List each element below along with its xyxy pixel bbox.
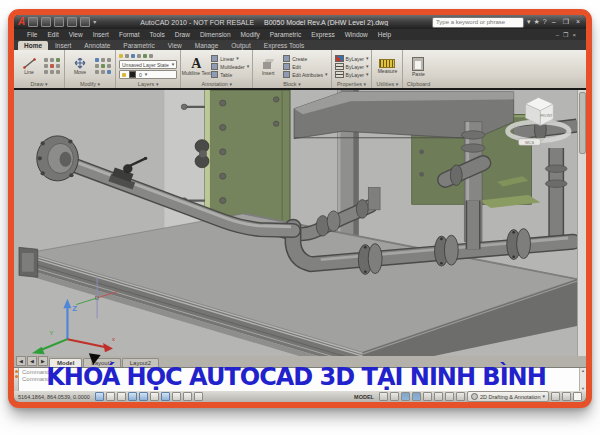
status-menu-icon[interactable]: [562, 392, 571, 401]
menu-help[interactable]: Help: [373, 31, 396, 38]
doc-restore-button[interactable]: ❐: [561, 31, 570, 38]
tab-nav-first-icon[interactable]: ◀: [16, 356, 26, 366]
line-button[interactable]: Line: [17, 58, 41, 75]
lwt-toggle[interactable]: [183, 392, 192, 401]
multiline-text-button[interactable]: A Multiline Text: [184, 57, 208, 76]
snap-toggle[interactable]: [95, 392, 104, 401]
edit-block-button[interactable]: Edit: [283, 63, 327, 70]
tab-layout2[interactable]: Layout2: [122, 358, 159, 367]
edit-attributes-button[interactable]: Edit Attributes▾: [283, 71, 327, 78]
subscription-icon[interactable]: ★: [534, 18, 540, 26]
table-button[interactable]: Table: [211, 71, 249, 78]
panel-modify-label[interactable]: Modify ▾: [65, 81, 115, 88]
ribbon-tab-view[interactable]: View: [162, 41, 188, 50]
model-space-button[interactable]: MODEL: [351, 394, 377, 400]
steering-wheel-icon[interactable]: [423, 392, 432, 401]
scrollbar-thumb[interactable]: [579, 92, 586, 154]
tab-nav-prev-icon[interactable]: ◀: [27, 356, 37, 366]
tab-model[interactable]: Model: [49, 358, 82, 367]
search-input[interactable]: [434, 18, 522, 27]
annotation-scale-icon[interactable]: [445, 392, 454, 401]
qp-toggle[interactable]: [194, 392, 203, 401]
ribbon-tab-home[interactable]: Home: [18, 41, 48, 50]
pan-icon[interactable]: [401, 392, 410, 401]
panel-layers-label[interactable]: Layers ▾: [116, 81, 180, 88]
scroll-up-icon[interactable]: ▲: [581, 368, 585, 373]
draw-tools-grid[interactable]: [44, 58, 61, 75]
menu-modify[interactable]: Modify: [236, 31, 265, 38]
ribbon-tab-express-tools[interactable]: Express Tools: [258, 41, 310, 50]
undo-icon[interactable]: [67, 17, 77, 27]
drawing-viewport[interactable]: Z Y x FRONT WCS: [14, 90, 586, 356]
panel-properties-label[interactable]: Properties ▾: [332, 81, 372, 88]
ortho-toggle[interactable]: [117, 392, 126, 401]
tab-nav-next-icon[interactable]: ▶: [38, 356, 48, 366]
polar-toggle[interactable]: [128, 392, 137, 401]
quick-view-drawings-icon[interactable]: [390, 392, 399, 401]
qat-dropdown-icon[interactable]: ▾: [93, 19, 96, 25]
redo-icon[interactable]: [80, 17, 90, 27]
open-icon[interactable]: [28, 17, 38, 27]
panel-draw-label[interactable]: Draw ▾: [14, 81, 64, 88]
doc-minimize-button[interactable]: –: [554, 32, 561, 38]
create-block-button[interactable]: Create: [283, 55, 327, 62]
lineweight-dropdown[interactable]: ByLayer▾: [335, 63, 369, 70]
quick-view-layouts-icon[interactable]: [379, 392, 388, 401]
layer-dropdown[interactable]: 0▾: [119, 70, 177, 79]
toolbar-lock-icon[interactable]: [551, 392, 560, 401]
insert-block-button[interactable]: Insert: [256, 58, 280, 76]
ribbon-tab-manage[interactable]: Manage: [189, 41, 225, 50]
command-history[interactable]: Command: Command:: [19, 368, 579, 391]
command-scrollbar[interactable]: ▲ ▼: [579, 368, 586, 391]
save-icon[interactable]: [41, 17, 51, 27]
menu-tools[interactable]: Tools: [145, 31, 170, 38]
command-window[interactable]: Command: Command: ▲ ▼: [14, 367, 586, 391]
minimize-button[interactable]: –: [550, 18, 558, 26]
menu-view[interactable]: View: [64, 31, 88, 38]
grid-toggle[interactable]: [106, 392, 115, 401]
osnap-toggle[interactable]: [139, 392, 148, 401]
viewcube-wcs-menu[interactable]: WCS: [519, 139, 541, 146]
menu-file[interactable]: File: [22, 31, 42, 38]
ribbon-tab-parametric[interactable]: Parametric: [117, 41, 160, 50]
panel-annotation-label[interactable]: Annotation ▾: [181, 81, 252, 88]
clean-screen-icon[interactable]: [573, 392, 582, 401]
multileader-button[interactable]: Multileader▾: [211, 63, 249, 70]
otrack-toggle[interactable]: [150, 392, 159, 401]
menu-window[interactable]: Window: [340, 31, 373, 38]
layer-state-dropdown[interactable]: Unsaved Layer State▾: [119, 60, 177, 69]
doc-close-button[interactable]: ×: [570, 32, 578, 38]
ducs-toggle[interactable]: [161, 392, 170, 401]
scroll-down-icon[interactable]: ▼: [581, 386, 585, 391]
zoom-icon[interactable]: [412, 392, 421, 401]
ribbon-tab-annotate[interactable]: Annotate: [78, 41, 116, 50]
panel-block-label[interactable]: Block ▾: [253, 81, 330, 88]
menu-parametric[interactable]: Parametric: [265, 31, 306, 38]
workspace-switcher[interactable]: 2D Drafting & Annotation ▾: [467, 391, 549, 402]
menu-draw[interactable]: Draw: [170, 31, 195, 38]
3d-model-canvas[interactable]: Z Y x FRONT WCS: [14, 90, 577, 356]
panel-utilities-label[interactable]: Utilities ▾: [372, 81, 402, 88]
linear-dim-button[interactable]: Linear▾: [211, 55, 249, 62]
ribbon-tab-output[interactable]: Output: [225, 41, 257, 50]
dyn-toggle[interactable]: [172, 392, 181, 401]
help-icon[interactable]: ?: [543, 18, 547, 26]
move-button[interactable]: Move: [68, 58, 92, 75]
search-icon[interactable]: ▾: [527, 18, 531, 26]
autocad-logo-icon[interactable]: A: [18, 17, 25, 27]
ribbon-tab-insert[interactable]: Insert: [49, 41, 77, 50]
close-button[interactable]: ×: [574, 18, 582, 26]
menu-express[interactable]: Express: [306, 31, 339, 38]
paste-button[interactable]: Paste: [406, 57, 430, 77]
object-color-dropdown[interactable]: ByLayer▾: [335, 55, 369, 62]
plot-icon[interactable]: [54, 17, 64, 27]
menu-insert[interactable]: Insert: [88, 31, 114, 38]
menu-format[interactable]: Format: [114, 31, 145, 38]
menu-dimension[interactable]: Dimension: [195, 31, 236, 38]
show-motion-icon[interactable]: [434, 392, 443, 401]
restore-button[interactable]: ❐: [561, 18, 571, 26]
vertical-scrollbar[interactable]: [577, 90, 586, 356]
linetype-dropdown[interactable]: ByLayer▾: [335, 71, 369, 78]
modify-tools-grid[interactable]: [95, 58, 112, 75]
layer-tools-row[interactable]: [119, 54, 177, 59]
